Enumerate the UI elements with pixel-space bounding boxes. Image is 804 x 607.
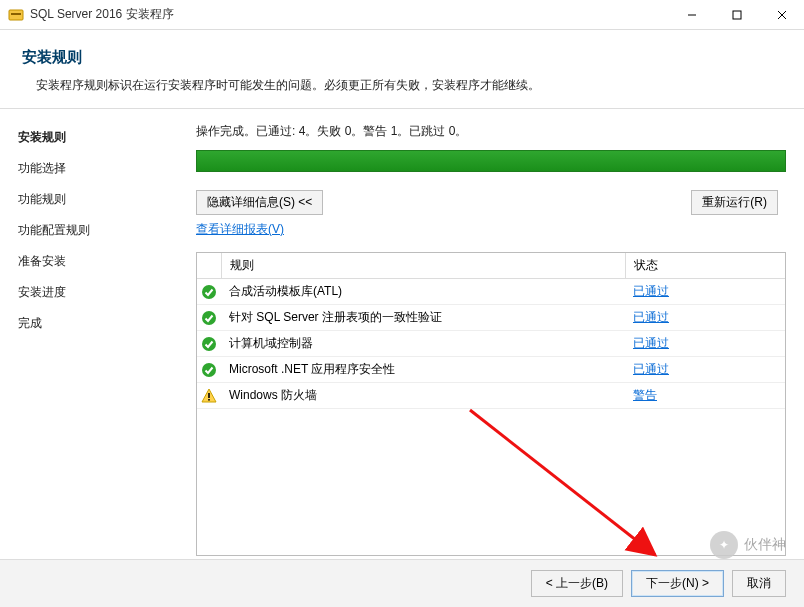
cancel-button[interactable]: 取消 xyxy=(732,570,786,597)
back-button[interactable]: < 上一步(B) xyxy=(531,570,623,597)
rule-status[interactable]: 已通过 xyxy=(625,331,785,357)
table-row: Windows 防火墙警告 xyxy=(197,383,785,409)
rule-name: 合成活动模板库(ATL) xyxy=(221,279,625,305)
sidebar-step[interactable]: 功能选择 xyxy=(12,156,190,181)
sidebar-step[interactable]: 完成 xyxy=(12,311,190,336)
rule-name: Windows 防火墙 xyxy=(221,383,625,409)
page-header: 安装规则 安装程序规则标识在运行安装程序时可能发生的问题。必须更正所有失败，安装… xyxy=(0,30,804,109)
window-controls xyxy=(669,0,804,30)
svg-point-9 xyxy=(202,363,216,377)
next-button[interactable]: 下一步(N) > xyxy=(631,570,724,597)
svg-rect-11 xyxy=(208,399,210,401)
svg-rect-1 xyxy=(11,13,21,15)
svg-rect-10 xyxy=(208,393,210,398)
sidebar-step[interactable]: 安装进度 xyxy=(12,280,190,305)
table-row: 计算机域控制器已通过 xyxy=(197,331,785,357)
window-title: SQL Server 2016 安装程序 xyxy=(30,6,174,23)
rule-status-icon xyxy=(197,305,221,331)
rule-status-icon xyxy=(197,279,221,305)
page-title: 安装规则 xyxy=(22,48,782,67)
sidebar: 安装规则功能选择功能规则功能配置规则准备安装安装进度完成 xyxy=(0,109,190,556)
maximize-button[interactable] xyxy=(714,0,759,30)
status-summary: 操作完成。已通过: 4。失败 0。警告 1。已跳过 0。 xyxy=(196,123,786,140)
table-row: 合成活动模板库(ATL)已通过 xyxy=(197,279,785,305)
rule-status[interactable]: 已通过 xyxy=(625,305,785,331)
view-report-link[interactable]: 查看详细报表(V) xyxy=(196,221,786,238)
wizard-footer: < 上一步(B) 下一步(N) > 取消 xyxy=(0,559,804,607)
rule-status[interactable]: 已通过 xyxy=(625,357,785,383)
svg-point-6 xyxy=(202,285,216,299)
table-row: 针对 SQL Server 注册表项的一致性验证已通过 xyxy=(197,305,785,331)
col-rule: 规则 xyxy=(221,253,625,279)
rule-status-icon xyxy=(197,383,221,409)
content-area: 操作完成。已通过: 4。失败 0。警告 1。已跳过 0。 隐藏详细信息(S) <… xyxy=(190,109,804,556)
svg-point-8 xyxy=(202,337,216,351)
sidebar-step[interactable]: 功能配置规则 xyxy=(12,218,190,243)
progress-bar xyxy=(196,150,786,172)
close-button[interactable] xyxy=(759,0,804,30)
rule-status-icon xyxy=(197,331,221,357)
rule-status[interactable]: 警告 xyxy=(625,383,785,409)
sidebar-step[interactable]: 安装规则 xyxy=(12,125,190,150)
minimize-button[interactable] xyxy=(669,0,714,30)
sidebar-step[interactable]: 功能规则 xyxy=(12,187,190,212)
sidebar-step[interactable]: 准备安装 xyxy=(12,249,190,274)
hide-details-button[interactable]: 隐藏详细信息(S) << xyxy=(196,190,323,215)
rule-status-icon xyxy=(197,357,221,383)
col-status: 状态 xyxy=(625,253,785,279)
rules-table: 规则 状态 合成活动模板库(ATL)已通过针对 SQL Server 注册表项的… xyxy=(197,253,785,409)
rule-name: 计算机域控制器 xyxy=(221,331,625,357)
app-icon xyxy=(8,7,24,23)
rules-table-container: 规则 状态 合成活动模板库(ATL)已通过针对 SQL Server 注册表项的… xyxy=(196,252,786,556)
titlebar: SQL Server 2016 安装程序 xyxy=(0,0,804,30)
rule-status[interactable]: 已通过 xyxy=(625,279,785,305)
table-row: Microsoft .NET 应用程序安全性已通过 xyxy=(197,357,785,383)
rule-name: Microsoft .NET 应用程序安全性 xyxy=(221,357,625,383)
rule-name: 针对 SQL Server 注册表项的一致性验证 xyxy=(221,305,625,331)
page-description: 安装程序规则标识在运行安装程序时可能发生的问题。必须更正所有失败，安装程序才能继… xyxy=(22,77,782,94)
svg-point-7 xyxy=(202,311,216,325)
rerun-button[interactable]: 重新运行(R) xyxy=(691,190,778,215)
svg-rect-3 xyxy=(733,11,741,19)
col-icon xyxy=(197,253,221,279)
